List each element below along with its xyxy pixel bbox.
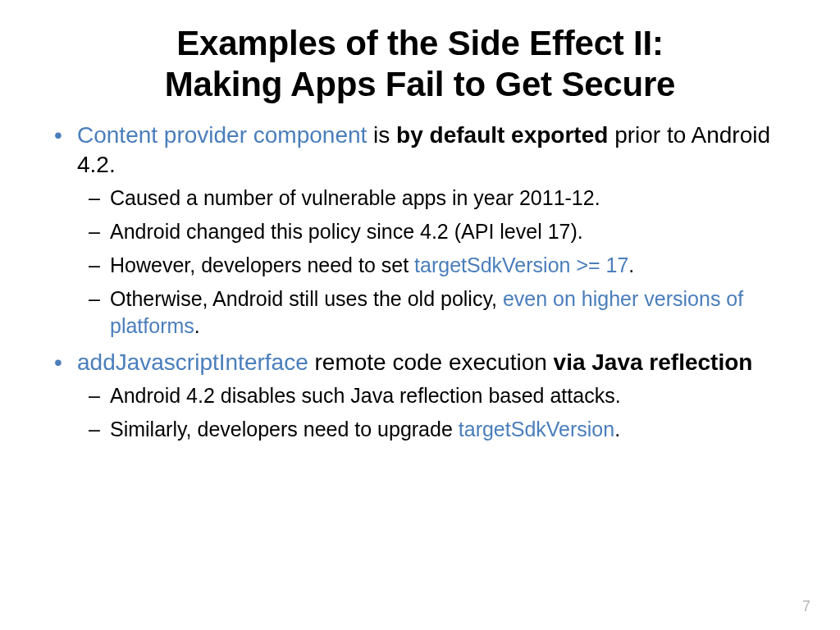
sub-bullet-list: Android 4.2 disables such Java reflectio…	[77, 382, 807, 443]
title-line-2: Making Apps Fail to Get Secure	[165, 65, 676, 103]
text-run: .	[628, 253, 634, 276]
text-run: Content provider component	[77, 122, 367, 148]
sub-bullet-item: Otherwise, Android still uses the old po…	[110, 285, 807, 340]
slide-title: Examples of the Side Effect II: Making A…	[33, 23, 807, 104]
bullet-item: addJavascriptInterface remote code execu…	[77, 348, 807, 443]
sub-bullet-item: Caused a number of vulnerable apps in ye…	[110, 185, 807, 212]
slide: Examples of the Side Effect II: Making A…	[0, 0, 840, 630]
sub-bullet-item: However, developers need to set targetSd…	[110, 252, 807, 279]
text-run: .	[194, 314, 200, 337]
sub-bullet-list: Caused a number of vulnerable apps in ye…	[77, 185, 807, 340]
bullet-list: Content provider component is by default…	[33, 121, 807, 442]
slide-body: Content provider component is by default…	[33, 121, 807, 442]
text-run: Android changed this policy since 4.2 (A…	[110, 220, 583, 243]
sub-bullet-item: Android changed this policy since 4.2 (A…	[110, 218, 807, 245]
text-run: However, developers need to set	[110, 253, 414, 276]
text-run: remote code execution	[308, 349, 554, 375]
page-number: 7	[802, 598, 810, 615]
bullet-item: Content provider component is by default…	[77, 121, 807, 340]
text-run: is	[367, 122, 396, 148]
sub-bullet-item: Similarly, developers need to upgrade ta…	[110, 416, 807, 443]
text-run: via Java reflection	[554, 349, 753, 375]
text-run: Caused a number of vulnerable apps in ye…	[110, 186, 600, 209]
sub-bullet-item: Android 4.2 disables such Java reflectio…	[110, 382, 807, 409]
title-line-1: Examples of the Side Effect II:	[176, 24, 664, 62]
text-run: Android 4.2 disables such Java reflectio…	[110, 384, 621, 407]
text-run: .	[614, 418, 620, 441]
text-run: Otherwise, Android still uses the old po…	[110, 287, 503, 310]
text-run: Similarly, developers need to upgrade	[110, 418, 459, 441]
text-run: addJavascriptInterface	[77, 349, 308, 375]
text-run: targetSdkVersion	[459, 418, 614, 441]
text-run: by default exported	[396, 122, 608, 148]
text-run: targetSdkVersion >= 17	[414, 253, 628, 276]
